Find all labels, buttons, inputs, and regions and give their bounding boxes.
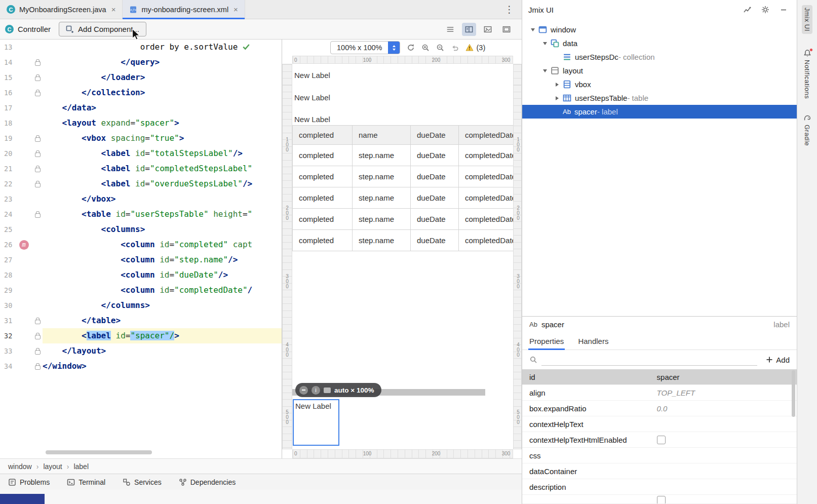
tree-item-userStepsDc[interactable]: userStepsDc - collection <box>522 50 797 64</box>
close-tab-icon[interactable]: × <box>234 5 238 14</box>
view-text-button[interactable] <box>443 23 457 36</box>
gutter-marker-icon[interactable] <box>35 168 41 172</box>
statusbar-item-problems[interactable]: Problems <box>8 478 50 486</box>
zoom-stepper[interactable] <box>388 42 400 54</box>
chevron-right-icon[interactable] <box>552 83 563 87</box>
preview-table-cell: step.name <box>353 230 411 251</box>
tool-window-button-gradle[interactable]: Gradle <box>803 114 811 146</box>
code-text[interactable]: </loader> <box>43 70 282 85</box>
tree-item-spacer[interactable]: Abspacer - label <box>522 105 797 119</box>
property-value[interactable]: TOP_LEFT <box>657 389 797 397</box>
code-text[interactable]: </query> <box>43 55 282 70</box>
view-preview-button[interactable] <box>481 23 495 36</box>
statusbar-item-terminal[interactable]: Terminal <box>67 478 105 486</box>
code-text[interactable]: </columns> <box>43 298 282 313</box>
add-property-button[interactable]: Add <box>761 356 790 364</box>
tool-window-button-jmix-ui[interactable]: Jmix UI <box>802 5 812 34</box>
property-value[interactable]: 0.0 <box>657 404 797 413</box>
code-text[interactable]: </window> <box>43 359 282 374</box>
code-text[interactable]: <layout expand="spacer"> <box>43 115 282 131</box>
preview-label-component[interactable]: New Label <box>294 68 330 83</box>
view-designer-button[interactable] <box>499 23 514 36</box>
code-text[interactable]: <column id="step.name"/> <box>43 252 282 267</box>
gutter-marker-icon[interactable] <box>35 335 41 339</box>
gutter-marker-icon[interactable] <box>35 350 41 355</box>
undo-icon[interactable] <box>451 44 459 52</box>
tool-window-button-notifications[interactable]: Notifications <box>803 49 811 99</box>
property-checkbox[interactable] <box>657 436 666 444</box>
tree-item-vbox[interactable]: vbox <box>522 77 797 91</box>
chevron-down-icon[interactable] <box>539 69 551 72</box>
editor-horizontal-scrollbar[interactable] <box>46 450 152 454</box>
code-text[interactable]: </layout> <box>43 343 282 359</box>
tree-item-userStepsTable[interactable]: userStepsTable - table <box>522 91 797 105</box>
property-value[interactable]: spacer <box>657 373 797 381</box>
statusbar-item-dependencies[interactable]: Dependencies <box>179 478 236 486</box>
property-value[interactable] <box>657 436 797 444</box>
properties-scrollbar[interactable] <box>792 370 795 417</box>
info-icon[interactable]: i <box>312 386 320 395</box>
tree-item-layout[interactable]: layout <box>522 64 797 77</box>
warnings-indicator[interactable]: (3) <box>465 44 485 52</box>
property-checkbox[interactable] <box>657 496 666 504</box>
statusbar-item-services[interactable]: Services <box>123 478 162 486</box>
code-text[interactable]: </data> <box>43 100 282 115</box>
design-canvas[interactable]: i auto × 100% New Label New LabelNew Lab… <box>292 64 513 449</box>
zoom-out-icon[interactable] <box>436 44 444 52</box>
editor-tab[interactable]: CMyOnboardingScreen.java× <box>0 0 123 19</box>
selected-spacer-label[interactable]: New Label <box>293 399 339 446</box>
modified-marker-icon[interactable]: m <box>19 240 29 250</box>
code-text[interactable]: </vbox> <box>43 191 282 207</box>
gutter-marker-icon[interactable] <box>35 137 41 142</box>
refresh-preview-icon[interactable] <box>407 44 415 52</box>
gutter-marker-icon[interactable] <box>35 320 41 324</box>
code-text[interactable]: <column id="dueDate"/> <box>43 267 282 283</box>
code-text[interactable]: <label id="overdueStepsLabel"/> <box>43 176 282 191</box>
gutter-marker-icon[interactable] <box>35 76 41 81</box>
code-text[interactable]: <columns> <box>43 222 282 237</box>
property-value[interactable] <box>657 496 797 504</box>
collapse-icon[interactable] <box>299 386 308 395</box>
gutter-marker-icon[interactable] <box>35 92 41 96</box>
code-text[interactable]: order by e.sortValue <box>43 40 282 55</box>
controller-button[interactable]: C Controller <box>5 25 51 33</box>
tab-list-menu-icon[interactable]: ⋮ <box>497 4 522 15</box>
code-text[interactable]: <label id="totalStepsLabel"/> <box>43 146 282 161</box>
zoom-control[interactable]: 100% x 100% <box>330 41 400 54</box>
view-split-button[interactable] <box>462 23 476 36</box>
chevron-right-icon[interactable] <box>552 96 563 100</box>
gutter-marker-icon[interactable] <box>35 183 41 187</box>
tree-item-window[interactable]: window <box>522 23 797 36</box>
editor-tab[interactable]: </>my-onboarding-screen.xml× <box>123 0 245 19</box>
breadcrumb-item-window[interactable]: window <box>8 462 32 471</box>
code-text[interactable]: <label id="completedStepsLabel" <box>43 161 282 176</box>
code-editor[interactable]: 13 order by e.sortValue14 </query>15 </l… <box>0 40 282 458</box>
gutter-marker-icon[interactable] <box>35 213 41 218</box>
breadcrumb-item-label[interactable]: label <box>73 462 89 471</box>
gutter-marker-icon[interactable] <box>35 152 41 157</box>
tree-item-data[interactable]: data <box>522 36 797 50</box>
close-tab-icon[interactable]: × <box>111 5 116 14</box>
breadcrumb-item-layout[interactable]: layout <box>43 462 62 471</box>
preview-label-component[interactable]: New Label <box>294 90 330 105</box>
gutter-marker-icon[interactable] <box>35 365 41 370</box>
gutter-marker-icon[interactable] <box>35 61 41 66</box>
zoom-in-icon[interactable] <box>421 44 430 52</box>
code-text[interactable]: </table> <box>43 313 282 328</box>
preview-table-component[interactable]: completednamedueDatecompletedDatecomplet… <box>292 125 513 251</box>
add-component-button[interactable]: Add Component... <box>59 22 146 36</box>
code-text[interactable]: </collection> <box>43 85 282 100</box>
hide-panel-icon[interactable] <box>780 6 788 14</box>
settings-gear-icon[interactable] <box>761 6 769 14</box>
tab-handlers[interactable]: Handlers <box>578 332 608 350</box>
chevron-down-icon[interactable] <box>527 28 538 31</box>
property-filter-input[interactable] <box>541 354 757 366</box>
chevron-down-icon[interactable] <box>539 42 551 45</box>
chart-icon[interactable] <box>743 6 751 14</box>
tab-properties[interactable]: Properties <box>529 332 564 350</box>
code-text[interactable]: <vbox spacing="true"> <box>43 131 282 146</box>
code-text[interactable]: <table id="userStepsTable" height=" <box>43 207 282 222</box>
code-text[interactable]: <column id="completedDate"/ <box>43 283 282 298</box>
code-text[interactable]: <label id="spacer"/> <box>43 328 282 343</box>
code-text[interactable]: <column id="completed" capt <box>43 237 282 252</box>
